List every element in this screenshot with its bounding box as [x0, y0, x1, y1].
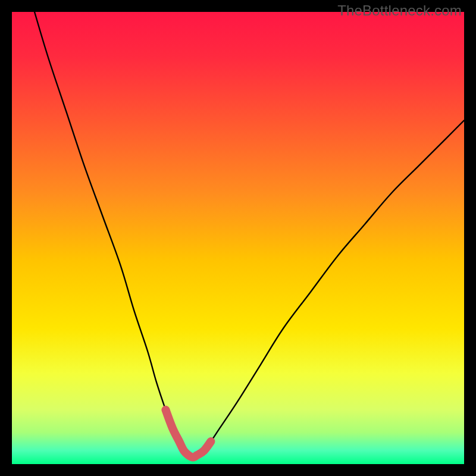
plot-area — [12, 12, 464, 464]
chart-frame: TheBottleneck.com — [0, 0, 476, 476]
curve-layer — [12, 12, 464, 464]
watermark-text: TheBottleneck.com — [337, 2, 462, 19]
bottleneck-highlight — [165, 410, 211, 458]
bottleneck-curve — [35, 12, 464, 458]
